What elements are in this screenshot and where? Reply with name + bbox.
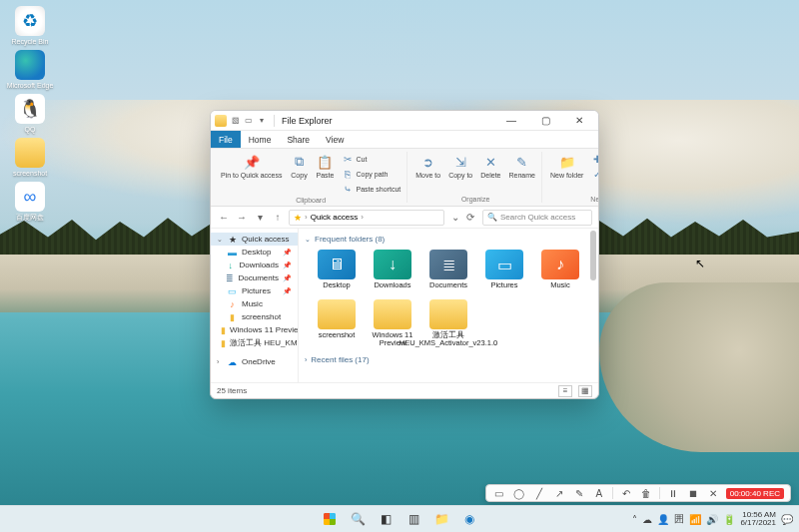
widgets-button[interactable]: ▥ <box>402 508 424 530</box>
folder-item[interactable]: 🖥Desktop <box>313 250 361 289</box>
move-to-button[interactable]: ➲Move to <box>413 152 442 180</box>
tray-wifi-icon[interactable]: 📶 <box>689 514 701 525</box>
view-details-button[interactable]: ≡ <box>558 385 572 397</box>
tray-battery-icon[interactable]: 🔋 <box>723 514 735 525</box>
file-explorer-taskbar-button[interactable]: 📁 <box>430 508 452 530</box>
system-tray[interactable]: ˄ ☁ 👤 囲 📶 🔊 🔋 10:56 AM 6/17/2021 💬 <box>632 511 793 527</box>
rec-tool-close-icon[interactable]: ✕ <box>706 486 720 500</box>
desktop-icon-qq[interactable]: 🐧 QQ <box>6 94 54 134</box>
qat-properties-icon[interactable]: ▧ <box>231 116 241 126</box>
tab-home[interactable]: Home <box>241 131 280 148</box>
taskbar-clock[interactable]: 10:56 AM 6/17/2021 <box>740 511 776 527</box>
sidebar-quick-access[interactable]: ⌄★Quick access <box>211 233 298 246</box>
tab-file[interactable]: File <box>211 131 241 148</box>
tray-volume-icon[interactable]: 🔊 <box>706 514 718 525</box>
sidebar-item-activator[interactable]: ▮激活工具 HEU_KMS <box>211 336 298 349</box>
new-folder-button[interactable]: 📁New folder <box>548 152 585 180</box>
tray-chevron-up-icon[interactable]: ˄ <box>632 514 637 525</box>
rec-tool-pause-icon[interactable]: ⏸ <box>666 486 680 500</box>
breadcrumb[interactable]: ★ › Quick access › <box>289 210 444 226</box>
easy-access-button[interactable]: ✓Easy access <box>589 167 598 181</box>
sidebar-item-downloads[interactable]: ↓Downloads📌 <box>211 259 298 271</box>
document-icon: ≣ <box>226 272 235 283</box>
scroll-thumb[interactable] <box>590 231 596 280</box>
rec-tool-line-icon[interactable]: ╱ <box>532 486 546 500</box>
sidebar-item-pictures[interactable]: ▭Pictures📌 <box>211 284 298 297</box>
desktop-icon-folder[interactable]: screenshot <box>6 138 54 178</box>
forward-button[interactable]: → <box>235 211 249 225</box>
new-item-button[interactable]: ✚New item <box>589 152 598 166</box>
folder-item[interactable]: ↓Downloads <box>369 250 416 289</box>
tray-network-icon[interactable]: 👤 <box>657 514 669 525</box>
rec-tool-ellipse-icon[interactable]: ◯ <box>512 486 526 500</box>
section-frequent-folders[interactable]: ⌄Frequent folders (8) <box>305 233 592 246</box>
breadcrumb-item[interactable]: Quick access <box>311 213 359 222</box>
maximize-button[interactable]: ▢ <box>530 111 560 131</box>
up-button[interactable]: ↑ <box>271 211 285 225</box>
copy-to-button[interactable]: ⇲Copy to <box>446 152 474 180</box>
folder-item[interactable]: ≣Documents <box>424 250 472 289</box>
task-view-button[interactable]: ◧ <box>375 508 397 530</box>
pin-quick-access-button[interactable]: 📌Pin to Quick access <box>219 152 284 180</box>
recent-dropdown[interactable]: ▾ <box>253 211 267 225</box>
sidebar-onedrive[interactable]: ›☁OneDrive <box>211 355 298 368</box>
rec-tool-undo-icon[interactable]: ↶ <box>619 486 633 500</box>
file-explorer-window[interactable]: ▧ ▭ ▾ File Explorer — ▢ ✕ File Home Shar… <box>210 110 599 399</box>
taskbar[interactable]: 🔍 ◧ ▥ 📁 ◉ ˄ ☁ 👤 囲 📶 🔊 🔋 10:56 AM 6/17/20… <box>0 505 799 532</box>
rec-tool-arrow-icon[interactable]: ↗ <box>552 486 566 500</box>
address-dropdown[interactable]: ⌄ <box>448 211 462 225</box>
edge-taskbar-button[interactable]: ◉ <box>458 508 480 530</box>
rename-button[interactable]: ✎Rename <box>506 152 536 180</box>
folder-label: Pictures <box>490 281 517 289</box>
content-pane[interactable]: ⌄Frequent folders (8) 🖥Desktop↓Downloads… <box>299 229 598 382</box>
view-large-icons-button[interactable]: ▦ <box>578 385 592 397</box>
desktop-icon-edge[interactable]: Microsoft Edge <box>6 50 54 90</box>
sidebar-item-win11[interactable]: ▮Windows 11 Preview <box>211 323 298 336</box>
folder-item[interactable]: ♪Music <box>536 250 584 289</box>
minimize-button[interactable]: — <box>496 111 526 131</box>
copy-button[interactable]: ⧉Copy <box>288 152 310 180</box>
folder-item[interactable]: screenshot <box>313 299 361 347</box>
folder-icon: ▮ <box>221 324 226 335</box>
rec-tool-pen-icon[interactable]: ✎ <box>572 486 586 500</box>
paste-button[interactable]: 📋Paste <box>314 152 336 180</box>
section-recent-files[interactable]: ›Recent files (17) <box>305 353 592 366</box>
notifications-button[interactable]: 💬 <box>781 514 793 525</box>
folder-item[interactable]: ▭Pictures <box>480 250 528 289</box>
tray-language-icon[interactable]: 囲 <box>674 512 684 526</box>
desktop-icon-baidu[interactable]: ∞ 百度网盘 <box>6 182 54 222</box>
desktop: ♻ Recycle Bin Microsoft Edge 🐧 QQ screen… <box>0 0 799 532</box>
rec-tool-text-icon[interactable]: A <box>592 486 606 500</box>
titlebar[interactable]: ▧ ▭ ▾ File Explorer — ▢ ✕ <box>211 111 598 131</box>
tray-onedrive-icon[interactable]: ☁ <box>642 514 652 525</box>
sidebar-item-desktop[interactable]: ▬Desktop📌 <box>211 246 298 259</box>
paste-shortcut-button[interactable]: ⤷Paste shortcut <box>340 182 402 196</box>
refresh-button[interactable]: ⟳ <box>466 212 478 223</box>
back-button[interactable]: ← <box>217 211 231 225</box>
sidebar-item-screenshot[interactable]: ▮screenshot <box>211 310 298 323</box>
close-button[interactable]: ✕ <box>564 111 594 131</box>
chevron-right-icon: › <box>217 358 223 365</box>
qat-newfolder-icon[interactable]: ▭ <box>244 116 254 126</box>
sidebar-item-music[interactable]: ♪Music <box>211 297 298 310</box>
scrollbar-vertical[interactable] <box>588 231 596 380</box>
copy-path-button[interactable]: ⎘Copy path <box>340 167 402 181</box>
folder-item[interactable]: 激活工具 HEU_KMS_Activator_v23.1.0 <box>424 299 472 347</box>
sidebar-item-documents[interactable]: ≣Documents📌 <box>211 271 298 284</box>
desktop-icon-recycle-bin[interactable]: ♻ Recycle Bin <box>6 6 54 46</box>
screen-recorder-toolbar[interactable]: ▭ ◯ ╱ ↗ ✎ A ↶ 🗑 ⏸ ⏹ ✕ 00:00:40 REC <box>485 484 791 502</box>
folder-label: Downloads <box>374 281 410 289</box>
navigation-pane[interactable]: ⌄★Quick access ▬Desktop📌 ↓Downloads📌 ≣Do… <box>211 229 299 382</box>
tab-view[interactable]: View <box>318 131 352 148</box>
rec-tool-trash-icon[interactable]: 🗑 <box>639 486 653 500</box>
delete-button[interactable]: ✕Delete <box>478 152 502 180</box>
cut-button[interactable]: ✂Cut <box>340 152 402 166</box>
tab-share[interactable]: Share <box>279 131 318 148</box>
rec-tool-rect-icon[interactable]: ▭ <box>492 486 506 500</box>
start-button[interactable] <box>319 508 341 530</box>
copyto-icon: ⇲ <box>451 153 469 171</box>
rec-tool-stop-icon[interactable]: ⏹ <box>686 486 700 500</box>
qat-dropdown-icon[interactable]: ▾ <box>257 116 267 126</box>
search-button[interactable]: 🔍 <box>347 508 369 530</box>
search-input[interactable]: 🔍 Search Quick access <box>482 210 592 226</box>
